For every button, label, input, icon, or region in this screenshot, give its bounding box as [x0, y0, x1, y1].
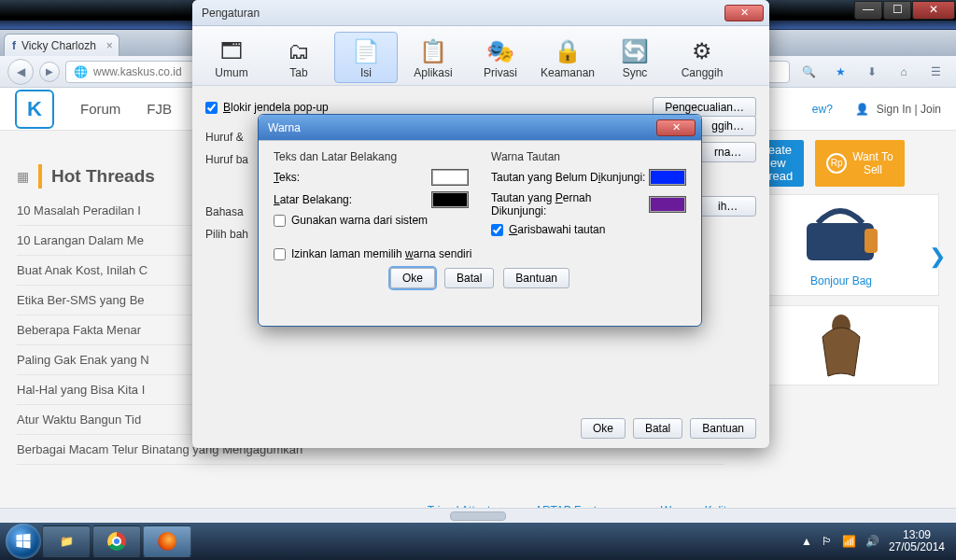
- taskbar-chrome[interactable]: [92, 525, 141, 557]
- svg-rect-0: [807, 223, 874, 260]
- text-bg-heading: Teks dan Latar Belakang: [274, 150, 469, 163]
- colors-dialog-title: Warna: [268, 121, 301, 134]
- options-tabs: 🗔Umum🗂Tab📄Isi📋Aplikasi🎭Privasi🔒Keamanan🔄…: [192, 26, 769, 86]
- kaskus-logo[interactable]: K: [15, 90, 54, 129]
- nav-fjb[interactable]: FJB: [147, 101, 172, 117]
- unvisited-link-label: Tautan yang Belum Dikunjungi:: [491, 171, 645, 184]
- bg-color-swatch[interactable]: [431, 191, 469, 208]
- back-button[interactable]: ◀: [7, 59, 34, 85]
- underline-links-checkbox[interactable]: [491, 224, 503, 236]
- colors-button[interactable]: rna…: [699, 142, 756, 162]
- tab-label: Vicky Charlozh: [21, 39, 96, 52]
- url-text: www.kaskus.co.id: [93, 65, 182, 78]
- window-maximize-button[interactable]: ☐: [883, 1, 911, 20]
- header-link-partial[interactable]: ew?: [812, 103, 833, 116]
- want-to-sell-label: Want To Sell: [852, 150, 893, 176]
- text-color-label: Teks:: [274, 171, 300, 184]
- allow-page-colors-label: Izinkan laman memilih warna sendiri: [291, 247, 471, 260]
- tab-close-icon[interactable]: ×: [106, 39, 113, 52]
- tray-volume-icon[interactable]: 🔊: [865, 535, 879, 548]
- browser-tab[interactable]: f Vicky Charlozh ×: [4, 34, 120, 56]
- options-tab-privasi[interactable]: 🎭Privasi: [469, 32, 532, 83]
- product-card[interactable]: Bonjour Bag ❯: [743, 194, 939, 296]
- options-dialog-title: Pengaturan: [202, 7, 260, 20]
- underline-links-label: Garisbawahi tautan: [509, 223, 605, 236]
- colors-dialog: Warna ✕ Teks dan Latar Belakang Teks: La…: [258, 114, 702, 327]
- options-ok-button[interactable]: Oke: [581, 418, 626, 439]
- downloads-icon[interactable]: ⬇: [859, 60, 885, 84]
- forward-button[interactable]: ▶: [39, 62, 60, 82]
- block-popups-label: Blokir jendela pop-up: [223, 101, 329, 114]
- colors-help-button[interactable]: Bantuan: [503, 268, 569, 288]
- options-tab-keamanan[interactable]: 🔒Keamanan: [536, 32, 599, 83]
- options-tab-icon: 📄: [335, 36, 397, 66]
- options-cancel-button[interactable]: Batal: [633, 418, 682, 439]
- nav-forum[interactable]: Forum: [80, 101, 120, 117]
- tray-network-icon[interactable]: 📶: [842, 535, 856, 548]
- options-tab-label: Keamanan: [537, 66, 598, 79]
- search-button[interactable]: 🔍: [795, 60, 822, 84]
- options-tab-canggih[interactable]: ⚙Canggih: [670, 32, 734, 83]
- options-tab-icon: 🔄: [604, 36, 666, 66]
- window-minimize-button[interactable]: —: [854, 1, 882, 20]
- options-help-button[interactable]: Bantuan: [690, 418, 756, 439]
- options-tab-label: Tab: [268, 66, 330, 79]
- options-tab-label: Privasi: [470, 66, 531, 79]
- options-tab-label: Isi: [335, 66, 397, 79]
- choose-language-button[interactable]: ih…: [699, 196, 756, 217]
- taskbar-firefox-active[interactable]: [143, 525, 191, 557]
- options-tab-icon: 📋: [402, 36, 464, 66]
- visited-link-swatch[interactable]: [649, 196, 686, 213]
- options-tab-icon: 🗔: [201, 36, 262, 66]
- advanced-fonts-button[interactable]: ggih…: [699, 116, 756, 136]
- options-tab-label: Canggih: [671, 66, 733, 79]
- menu-icon[interactable]: ☰: [922, 60, 949, 84]
- options-dialog-titlebar[interactable]: Pengaturan ✕: [192, 0, 769, 26]
- system-tray: ▲ 🏳 📶 🔊 13:09 27/05/2014: [801, 529, 950, 553]
- options-dialog-close-button[interactable]: ✕: [724, 5, 764, 21]
- taskbar-clock[interactable]: 13:09 27/05/2014: [889, 529, 945, 553]
- allow-page-colors-checkbox[interactable]: [274, 248, 286, 260]
- link-colors-heading: Warna Tautan: [491, 150, 686, 163]
- grid-icon: ▦: [17, 169, 29, 184]
- scrollbar-thumb[interactable]: [450, 511, 506, 521]
- options-tab-label: Umum: [201, 66, 262, 79]
- options-side-buttons: ggih… rna… ih…: [699, 116, 756, 217]
- options-tab-isi[interactable]: 📄Isi: [334, 32, 398, 83]
- wayang-illustration: [813, 309, 869, 382]
- want-to-sell-button[interactable]: Rp Want To Sell: [815, 140, 904, 187]
- use-system-colors-checkbox[interactable]: [274, 215, 286, 227]
- window-close-button[interactable]: ✕: [912, 1, 955, 20]
- colors-dialog-close-button[interactable]: ✕: [656, 119, 696, 136]
- visited-link-label: Tautan yang Pernah Dikunjungi:: [491, 191, 649, 217]
- options-tab-tab[interactable]: 🗂Tab: [267, 32, 330, 83]
- tray-flag-icon[interactable]: 🏳: [822, 535, 833, 548]
- use-system-colors-label: Gunakan warna dari sistem: [291, 214, 428, 227]
- sign-in-join[interactable]: 👤 Sign In | Join: [846, 103, 941, 116]
- product-caption: Bonjour Bag: [752, 274, 931, 287]
- options-tab-sync[interactable]: 🔄Sync: [603, 32, 667, 83]
- colors-dialog-titlebar[interactable]: Warna ✕: [259, 115, 701, 141]
- colors-cancel-button[interactable]: Batal: [444, 268, 494, 288]
- options-tab-label: Aplikasi: [402, 66, 464, 79]
- home-icon[interactable]: ⌂: [891, 60, 917, 84]
- start-button[interactable]: [6, 524, 41, 559]
- bag-illustration: [790, 203, 893, 268]
- carousel-next-icon[interactable]: ❯: [929, 245, 946, 269]
- options-tab-icon: 🎭: [470, 36, 531, 66]
- text-color-swatch[interactable]: [431, 169, 469, 186]
- sign-in-label: Sign In | Join: [877, 103, 941, 116]
- rp-icon: Rp: [826, 153, 847, 174]
- block-popups-checkbox[interactable]: [205, 102, 218, 114]
- unvisited-link-swatch[interactable]: [649, 169, 686, 186]
- product-card-2[interactable]: [743, 305, 939, 385]
- options-tab-aplikasi[interactable]: 📋Aplikasi: [401, 32, 465, 83]
- tray-overflow-icon[interactable]: ▲: [801, 535, 812, 548]
- bookmark-star-icon[interactable]: ★: [827, 60, 853, 84]
- colors-ok-button[interactable]: Oke: [390, 268, 435, 288]
- taskbar-explorer[interactable]: 📁: [42, 525, 91, 557]
- options-tab-icon: 🔒: [537, 36, 598, 66]
- horizontal-scrollbar[interactable]: [0, 508, 956, 523]
- options-tab-umum[interactable]: 🗔Umum: [200, 32, 263, 83]
- windows-logo-icon: [14, 532, 33, 551]
